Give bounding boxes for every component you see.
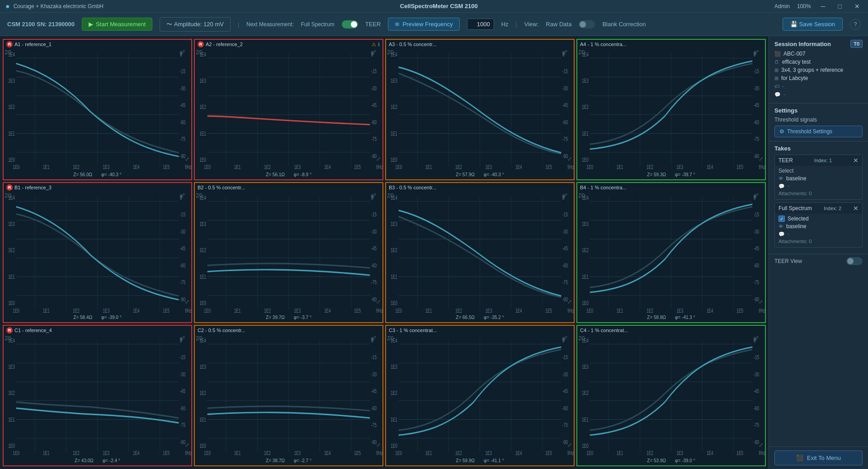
serial-number: CSM 2100 SN: 21390000 — [7, 21, 75, 28]
svg-text:1E2: 1E2 — [582, 390, 589, 396]
expand-icon-a2[interactable]: ⤢ — [376, 156, 381, 162]
svg-text:-15: -15 — [371, 68, 377, 74]
svg-text:1E3: 1E3 — [391, 220, 397, 227]
teer-view-toggle[interactable] — [846, 257, 863, 265]
teer-dash-value: - — [788, 183, 789, 189]
warn-icon-a2[interactable]: ⚠ — [372, 42, 376, 47]
expand-icon-b3[interactable]: ⤢ — [567, 299, 572, 305]
svg-text:-75: -75 — [371, 136, 377, 142]
full-spectrum-toggle[interactable] — [342, 20, 358, 28]
cell-title-c4: C4 - 1 % concentrat... — [580, 328, 762, 333]
svg-text:-15: -15 — [371, 211, 377, 217]
svg-text:-60: -60 — [754, 405, 759, 411]
fullspectrum-take-close[interactable]: ✕ — [853, 205, 859, 212]
start-measurement-button[interactable]: ▶ Start Measurement — [82, 18, 153, 31]
expand-icon-b4[interactable]: ⤢ — [759, 299, 763, 305]
svg-text:-45: -45 — [562, 102, 568, 108]
cell-a2: RA2 - reference_2⚠ℹ1E41E31E21E11E00-15-3… — [194, 39, 383, 180]
svg-text:1E3: 1E3 — [391, 77, 397, 84]
cell-a3: A3 - 0.5 % concentr...1E41E31E21E11E00-1… — [385, 39, 575, 180]
svg-text:-45: -45 — [754, 388, 759, 394]
svg-text:1E1: 1E1 — [8, 273, 15, 279]
cell-badge-a1: R — [6, 41, 13, 47]
threshold-settings-button[interactable]: ⚙ Threshold Settings — [774, 126, 863, 137]
chart-area-a2: 1E41E31E21E11E00-15-30-45-60-75-901E01E1… — [195, 49, 382, 171]
svg-text:1E2: 1E2 — [199, 247, 206, 253]
svg-text:Z/Ω: Z/Ω — [579, 49, 585, 56]
teer-take-close[interactable]: ✕ — [853, 157, 859, 164]
svg-text:1E0: 1E0 — [8, 156, 15, 163]
svg-text:-75: -75 — [562, 422, 568, 428]
cell-header-a3: A3 - 0.5 % concentr... — [386, 40, 574, 49]
expand-icon-b1[interactable]: ⤢ — [185, 299, 189, 305]
z-value-c2: Z= 38.7Ω — [266, 458, 285, 464]
expand-icon-b2[interactable]: ⤢ — [376, 299, 381, 305]
session-layout-value: 3x4, 3 groups + reference — [781, 67, 843, 73]
blank-toggle-track[interactable] — [579, 20, 595, 28]
svg-text:1E2: 1E2 — [646, 164, 653, 170]
svg-text:1E0: 1E0 — [204, 450, 211, 456]
preview-frequency-button[interactable]: ≋ Preview Frequency — [388, 18, 459, 31]
svg-text:f/Hz: f/Hz — [376, 450, 382, 456]
view-label: View: — [524, 21, 539, 28]
svg-text:Z/Ω: Z/Ω — [196, 192, 203, 198]
svg-text:1E5: 1E5 — [736, 164, 743, 170]
svg-text:1E1: 1E1 — [199, 273, 206, 279]
expand-icon-a3[interactable]: ⤢ — [567, 156, 572, 162]
takes-section: Takes TEER Index: 1 ✕ Select 👁 baseline — [769, 141, 868, 254]
info-icon-a2[interactable]: ℹ — [378, 42, 380, 47]
svg-text:1E2: 1E2 — [73, 307, 80, 313]
cell-footer-a1: Z= 56.0Ωφ= -40.3 ° — [4, 171, 191, 179]
svg-text:1E0: 1E0 — [582, 442, 589, 449]
help-button[interactable]: ? — [850, 19, 861, 30]
svg-text:1E2: 1E2 — [8, 103, 15, 110]
app-name: ● Courage + Khazaka electronic GmbH — [5, 2, 104, 10]
z-value-c1: Z= 43.0Ω — [75, 458, 94, 464]
svg-text:1E3: 1E3 — [676, 307, 683, 313]
svg-text:1E4: 1E4 — [515, 164, 522, 170]
svg-text:1E4: 1E4 — [515, 450, 522, 456]
expand-icon-c4[interactable]: ⤢ — [759, 442, 763, 448]
cell-b1: RB1 - reference_31E41E31E21E11E00-15-30-… — [3, 182, 192, 324]
svg-text:1E4: 1E4 — [707, 307, 713, 313]
expand-icon-c1[interactable]: ⤢ — [185, 442, 189, 448]
toggle-track[interactable] — [342, 20, 358, 28]
svg-text:f/Hz: f/Hz — [185, 307, 191, 313]
svg-text:1E1: 1E1 — [43, 450, 50, 456]
svg-text:-75: -75 — [754, 279, 759, 285]
expand-icon-c2[interactable]: ⤢ — [376, 442, 381, 448]
svg-text:1E2: 1E2 — [8, 247, 15, 253]
svg-text:1E2: 1E2 — [582, 103, 589, 110]
svg-text:1E4: 1E4 — [324, 307, 331, 313]
blank-correction-toggle[interactable] — [579, 20, 595, 28]
exit-to-menu-button[interactable]: ⬛ Exit To Menu — [774, 450, 863, 465]
svg-text:φ/°: φ/° — [562, 335, 567, 342]
full-spectrum-label: Full Spectrum — [301, 21, 335, 28]
save-session-button[interactable]: 💾 Save Session — [783, 18, 843, 31]
selected-checkbox-row[interactable]: ✓ Selected — [778, 216, 859, 222]
expand-icon-c3[interactable]: ⤢ — [567, 442, 572, 448]
minimize-button[interactable]: ─ — [818, 2, 828, 11]
settings-title: Settings — [774, 107, 863, 114]
amplitude-button[interactable]: 〜 Amplitude: 120 mV — [160, 17, 230, 32]
close-button[interactable]: ✕ — [852, 2, 863, 11]
svg-text:1E3: 1E3 — [294, 307, 301, 313]
maximize-button[interactable]: □ — [835, 2, 844, 11]
svg-text:1E0: 1E0 — [395, 307, 402, 313]
svg-text:φ/°: φ/° — [371, 192, 376, 198]
cell-header-b3: B3 - 0.5 % concentr... — [386, 183, 574, 192]
chart-svg-c3: 1E41E31E21E11E00-15-30-45-60-75-901E01E1… — [386, 335, 574, 457]
svg-text:1E3: 1E3 — [103, 450, 109, 456]
expand-icon-a1[interactable]: ⤢ — [185, 156, 189, 162]
selected-checkbox[interactable]: ✓ — [778, 216, 785, 222]
cell-header-c1: RC1 - reference_4 — [4, 326, 191, 335]
fullspectrum-baseline-row: 👁 baseline — [778, 223, 859, 230]
expand-icon-a4[interactable]: ⤢ — [759, 156, 763, 162]
svg-text:1E0: 1E0 — [391, 300, 397, 306]
session-id-value: ABC-007 — [783, 51, 806, 57]
frequency-input[interactable] — [467, 19, 494, 30]
svg-text:1E3: 1E3 — [676, 450, 683, 456]
svg-text:1E2: 1E2 — [264, 307, 271, 313]
toggle-thumb — [351, 21, 357, 28]
svg-text:φ/°: φ/° — [754, 49, 759, 56]
